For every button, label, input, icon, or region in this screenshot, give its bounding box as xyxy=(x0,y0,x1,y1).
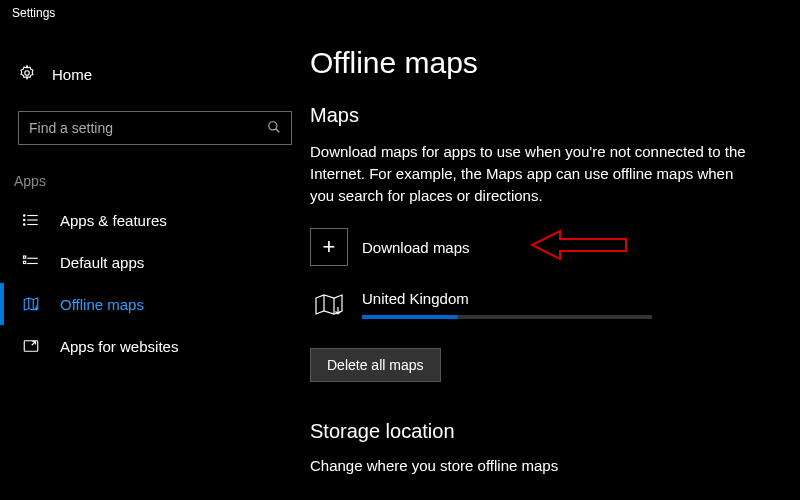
plus-icon: + xyxy=(310,228,348,266)
sidebar-item-label: Apps for websites xyxy=(60,338,178,355)
sidebar-item-label: Default apps xyxy=(60,254,144,271)
sidebar-section-label: Apps xyxy=(0,173,310,199)
list-icon xyxy=(22,211,40,229)
page-title: Offline maps xyxy=(310,46,790,80)
sidebar-item-apps-for-websites[interactable]: Apps for websites xyxy=(0,325,310,367)
progress-fill xyxy=(362,315,458,319)
sidebar-item-label: Apps & features xyxy=(60,212,167,229)
sidebar-item-offline-maps[interactable]: Offline maps xyxy=(0,283,310,325)
sidebar-item-default-apps[interactable]: Default apps xyxy=(0,241,310,283)
search-input[interactable] xyxy=(29,120,267,136)
open-external-icon xyxy=(22,337,40,355)
map-name: United Kingdom xyxy=(362,290,652,307)
svg-point-6 xyxy=(24,215,26,217)
svg-point-0 xyxy=(25,71,30,76)
svg-point-1 xyxy=(269,121,277,129)
sidebar-item-label: Offline maps xyxy=(60,296,144,313)
search-icon xyxy=(267,120,281,137)
delete-all-maps-button[interactable]: Delete all maps xyxy=(310,348,441,382)
map-icon xyxy=(310,290,348,320)
svg-point-7 xyxy=(24,219,26,221)
svg-rect-12 xyxy=(24,261,26,263)
map-entry[interactable]: United Kingdom xyxy=(310,290,790,320)
gear-icon xyxy=(18,64,36,85)
window-title: Settings xyxy=(0,0,800,26)
map-info: United Kingdom xyxy=(362,290,652,319)
content-container: Home Apps Apps & features xyxy=(0,26,800,500)
sidebar: Home Apps Apps & features xyxy=(0,26,310,500)
main-content: Offline maps Maps Download maps for apps… xyxy=(310,26,800,500)
home-label: Home xyxy=(52,66,92,83)
storage-description: Change where you store offline maps xyxy=(310,457,790,474)
search-box[interactable] xyxy=(18,111,292,145)
progress-bar xyxy=(362,315,652,319)
map-download-icon xyxy=(22,295,40,313)
maps-heading: Maps xyxy=(310,104,790,127)
defaults-icon xyxy=(22,253,40,271)
sidebar-item-apps-features[interactable]: Apps & features xyxy=(0,199,310,241)
maps-description: Download maps for apps to use when you'r… xyxy=(310,141,760,206)
svg-line-2 xyxy=(276,128,280,132)
home-button[interactable]: Home xyxy=(0,56,310,93)
download-maps-button[interactable]: + Download maps xyxy=(310,228,790,266)
svg-rect-11 xyxy=(24,256,26,258)
download-maps-label: Download maps xyxy=(362,239,470,256)
storage-heading: Storage location xyxy=(310,420,790,443)
svg-point-8 xyxy=(24,224,26,226)
